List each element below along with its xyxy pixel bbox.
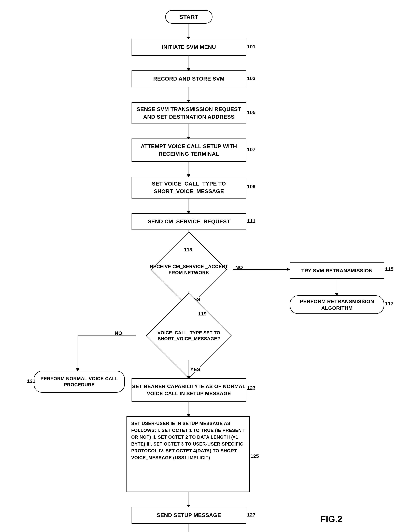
ref-109: 109 [247,184,255,190]
ref-115: 115 [385,266,393,272]
ref-111: 111 [247,218,255,224]
node-101: INITIATE SVM MENU [132,39,246,56]
node-111: SEND CM_SERVICE_REQUEST [132,213,246,230]
start-node: START [165,10,213,24]
ref-119: 119 [198,311,206,317]
ref-103: 103 [247,76,255,81]
node-109: SET VOICE_CALL_TYPE TO SHORT_VOICE_MESSA… [132,177,246,199]
node-121: PERFORM NORMAL VOICE CALL PROCEDURE [34,371,125,393]
ref-127: 127 [247,512,255,518]
node-113-text: RECEIVE CM_SERVICE _ACCEPT FROM NETWORK [145,248,233,292]
node-115: TRY SVM RETRANSMISSION [290,262,384,279]
figure-label: FIG.2 [320,514,342,524]
ref-101: 101 [247,44,255,49]
node-107: ATTEMPT VOICE CALL SETUP WITH RECEIVING … [132,139,246,162]
ref-123: 123 [247,385,255,391]
node-127: SEND SETUP MESSAGE [132,507,246,524]
ref-117: 117 [385,301,393,306]
node-105: SENSE SVM TRANSMISSION REQUEST AND SET D… [132,102,246,124]
ref-113: 113 [184,247,192,253]
node-125: SET USER-USER IE IN SETUP MESSAGE AS FOL… [127,416,250,492]
node-117: PERFORM RETRANSMISSION ALGORITHM [290,295,384,314]
ref-125: 125 [250,453,259,459]
flowchart-diagram: START INITIATE SVM MENU 101 RECORD AND S… [0,0,411,532]
ref-105: 105 [247,110,255,115]
yes2-label: YES [190,367,200,372]
node-119-text: VOICE_CALL_TYPE SET TO SHORT_VOICE_MESSA… [135,311,243,360]
ref-121: 121 [27,378,35,384]
ref-107: 107 [247,147,255,152]
node-123: SET BEARER CAPABILITY IE AS OF NORMAL VO… [132,378,246,402]
no2-label: NO [115,330,122,336]
node-103: RECORD AND STORE SVM [132,70,246,87]
